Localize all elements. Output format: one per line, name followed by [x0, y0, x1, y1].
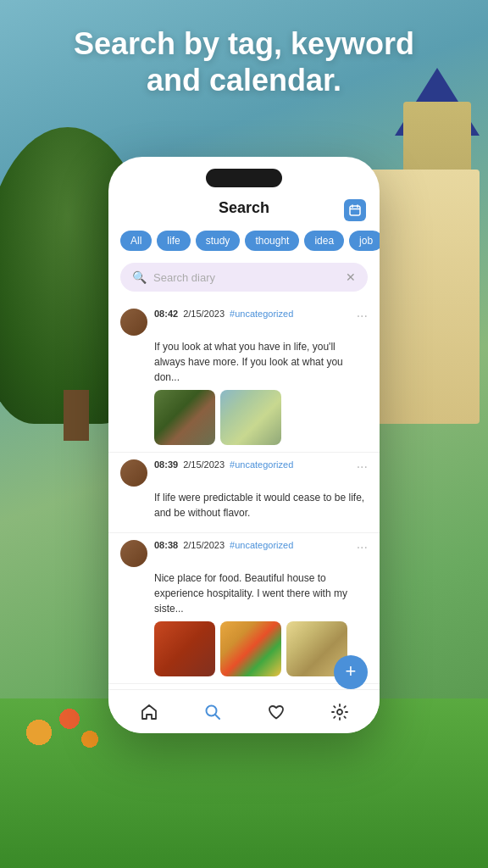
plus-icon: + — [346, 662, 357, 681]
entry-header: 08:39 2/15/2023 #uncategorized ··· — [120, 459, 368, 487]
entry-text: If life were predictable it would cease … — [154, 490, 368, 520]
tag-idea[interactable]: idea — [304, 231, 344, 251]
nav-item-home[interactable] — [126, 699, 172, 725]
clear-icon[interactable]: ✕ — [346, 270, 356, 284]
header-title-line1: Search by tag, keyword — [17, 25, 471, 62]
avatar — [120, 459, 147, 487]
settings-icon — [330, 703, 349, 721]
entry-image — [154, 621, 215, 676]
entry-image — [220, 621, 281, 676]
bg-flowers — [8, 698, 110, 766]
entry-time: 08:38 — [154, 540, 178, 550]
entry-images — [154, 390, 368, 445]
phone-container: Search All life study thought idea job t… — [108, 157, 380, 733]
nav-item-favorites[interactable] — [253, 699, 299, 725]
tag-job[interactable]: job — [349, 231, 380, 251]
phone-header: Search — [108, 157, 380, 224]
entry-meta: 08:42 2/15/2023 #uncategorized — [154, 309, 350, 320]
entries-list: 08:42 2/15/2023 #uncategorized ··· If yo… — [108, 297, 380, 689]
search-nav-icon — [203, 703, 222, 721]
entry-menu-button[interactable]: ··· — [357, 540, 368, 555]
page-title: Search — [219, 199, 269, 217]
entry-tag: #uncategorized — [230, 459, 293, 470]
search-placeholder: Search diary — [153, 271, 339, 284]
home-icon — [140, 703, 158, 721]
header-title-line2: and calendar. — [17, 62, 471, 98]
entry-tag: #uncategorized — [230, 540, 293, 550]
entry-text: Nice place for food. Beautiful house to … — [154, 570, 368, 616]
tag-thought[interactable]: thought — [245, 231, 299, 251]
entry-time-row: 08:39 2/15/2023 #uncategorized — [154, 459, 350, 470]
entry-meta: 08:39 2/15/2023 #uncategorized — [154, 459, 350, 471]
avatar-image — [120, 459, 147, 487]
entry-time: 08:39 — [154, 459, 178, 470]
entry-time: 08:42 — [154, 309, 178, 319]
svg-point-6 — [337, 709, 342, 715]
tag-life[interactable]: life — [157, 231, 190, 251]
entry-header: 08:42 2/15/2023 #uncategorized ··· — [120, 309, 368, 336]
entry-text: If you look at what you have in life, yo… — [154, 339, 368, 385]
avatar — [120, 309, 147, 336]
entry-tag: #uncategorized — [230, 309, 293, 319]
entry-time-row: 08:42 2/15/2023 #uncategorized — [154, 309, 350, 319]
bg-tree-trunk — [64, 390, 89, 441]
add-entry-button[interactable]: + — [334, 655, 368, 689]
calendar-icon — [349, 204, 361, 216]
calendar-button[interactable] — [344, 199, 366, 221]
heart-icon — [267, 703, 286, 721]
entry-menu-button[interactable]: ··· — [357, 459, 368, 475]
avatar — [120, 540, 147, 567]
entry-menu-button[interactable]: ··· — [357, 309, 368, 324]
svg-line-5 — [215, 715, 219, 719]
svg-rect-0 — [350, 206, 360, 215]
table-row: 08:42 2/15/2023 #uncategorized ··· If yo… — [108, 302, 380, 453]
header-text: Search by tag, keyword and calendar. — [0, 25, 488, 98]
bottom-nav — [108, 689, 380, 733]
phone-notch — [206, 169, 282, 187]
tags-row: All life study thought idea job travel — [108, 224, 380, 258]
table-row: 08:39 2/15/2023 #uncategorized ··· If li… — [108, 453, 380, 533]
search-bar[interactable]: 🔍 Search diary ✕ — [120, 263, 368, 292]
avatar-image — [120, 540, 147, 567]
entry-header: 08:38 2/15/2023 #uncategorized ··· — [120, 540, 368, 567]
entry-image — [154, 390, 215, 445]
entry-date: 2/15/2023 — [183, 459, 225, 470]
avatar-image — [120, 309, 147, 336]
entry-date: 2/15/2023 — [183, 309, 225, 319]
tag-all[interactable]: All — [120, 231, 152, 251]
nav-item-settings[interactable] — [317, 699, 363, 725]
entry-image — [220, 390, 281, 445]
search-icon: 🔍 — [132, 270, 147, 284]
tag-study[interactable]: study — [196, 231, 241, 251]
entry-meta: 08:38 2/15/2023 #uncategorized — [154, 540, 350, 552]
entry-time-row: 08:38 2/15/2023 #uncategorized — [154, 540, 350, 550]
nav-item-search[interactable] — [190, 699, 236, 725]
entry-date: 2/15/2023 — [183, 540, 225, 550]
